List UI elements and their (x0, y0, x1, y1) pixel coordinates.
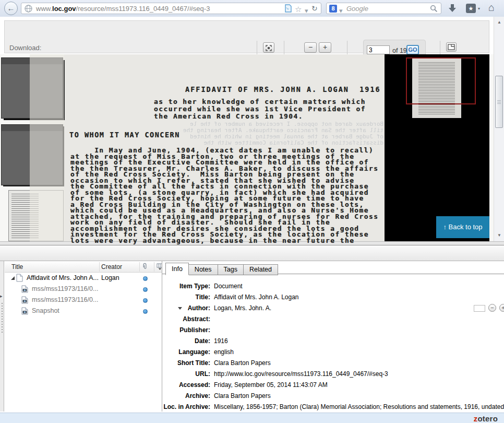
title-column-header[interactable]: Title (11, 263, 23, 271)
zotero-toolbar: ⚙ ▾ ▾ ▾ ▾ ▾ clara barton papers × ▾ ↻ (0, 245, 504, 261)
zoom-in-button[interactable]: + (319, 42, 331, 53)
column-divider[interactable] (139, 262, 140, 272)
zotero-pane: ▸ Title Creator Affidavit of Mrs. John A… (0, 261, 504, 413)
search-magnifier-icon[interactable] (430, 5, 438, 13)
zotero-logo-rest: otero (478, 414, 498, 423)
splitter-grippy (2, 303, 3, 333)
item-title: mss/mss11973/116/0... (32, 285, 98, 292)
scroll-down-arrow[interactable]: ▼ (495, 231, 503, 240)
item-creator: Logan (101, 274, 119, 281)
snapshot-item-icon (21, 285, 28, 293)
add-creator-button[interactable]: + (499, 304, 504, 312)
detail-tabs: Info Notes Tags Related (165, 263, 278, 275)
loc-viewer-toolbar: Download: GIF(10 KB)|JPEG(667x846px)|JPE… (0, 17, 494, 54)
back-button[interactable]: ← (4, 2, 18, 15)
field-row-loc-in-archive: Loc. in Archive: Miscellany, 1856-1957; … (162, 402, 504, 413)
item-row-attachment[interactable]: Snapshot (5, 306, 162, 316)
field-row-author: Author: Logan, Mrs. John. A. − + (162, 303, 504, 314)
zotero-status-bar: zotero (0, 413, 504, 423)
item-row-attachment[interactable]: mss/mss11973/116/0... (5, 295, 162, 306)
field-value[interactable]: Logan, Mrs. John. A. (214, 304, 271, 312)
item-row-attachment[interactable]: mss/mss11973/116/0... (5, 284, 162, 295)
field-value[interactable]: english (214, 348, 234, 356)
refresh-icon[interactable]: ↻ (311, 4, 318, 13)
home-icon[interactable]: ⌂ (488, 2, 495, 14)
field-row-accessed: Accessed: Friday, September 05, 2014 11:… (162, 380, 504, 391)
field-label: Item Type: (162, 283, 210, 290)
item-detail-pane: Info Notes Tags Related Item Type: Docum… (162, 261, 504, 412)
attachment-dot (143, 298, 148, 303)
item-row-parent[interactable]: Affidavit of Mrs. John A... Logan (5, 273, 162, 284)
field-value[interactable]: Miscellany, 1856-1957; Barton (Clara) Me… (214, 403, 504, 410)
field-value[interactable]: Affidavit of Mrs. John A. Logan (214, 293, 299, 301)
field-label: Language: (162, 348, 210, 356)
scrollbar-grippy (497, 100, 501, 104)
field-row-item-type: Item Type: Document (162, 281, 504, 292)
bookmark-star-icon[interactable]: ☆ (295, 5, 302, 14)
field-label: Title: (162, 293, 210, 301)
snapshot-item-icon (21, 296, 28, 304)
chevron-down-icon[interactable]: ▾ (305, 7, 308, 14)
field-row-publisher: Publisher: (162, 325, 504, 336)
reader-page-icon[interactable] (285, 4, 292, 13)
tab-info[interactable]: Info (165, 263, 189, 275)
tab-tags[interactable]: Tags (218, 264, 244, 275)
back-to-top-button[interactable]: ↑ Back to top (436, 216, 489, 238)
field-value[interactable]: Friday, September 05, 2014 11:43:07 AM (214, 381, 328, 389)
url-domain: loc.gov (52, 5, 76, 13)
download-label: Download: (9, 44, 41, 52)
scrollbar-thumb[interactable] (495, 76, 503, 128)
field-label: Publisher: (162, 326, 210, 334)
go-button[interactable]: GO (406, 45, 419, 55)
scroll-up-arrow[interactable]: ▲ (495, 18, 503, 27)
expand-collections-icon[interactable]: ▸ (0, 293, 3, 299)
url-text: www.loc.gov/resource/mss11973.116_0449_0… (36, 5, 210, 13)
tab-related[interactable]: Related (244, 264, 278, 275)
attachment-dot (143, 287, 148, 292)
field-value[interactable]: 1916 (214, 337, 228, 345)
search-bar[interactable]: 8 ▾ Google (326, 3, 441, 14)
document-salutation: TO WHOM IT MAY CONCERN (69, 131, 180, 139)
field-row-short-title: Short Title: Clara Barton Papers (162, 358, 504, 369)
field-value[interactable]: Document (214, 283, 243, 290)
attachment-column-icon[interactable] (142, 263, 148, 270)
bookmarks-dropdown-icon[interactable]: ▾ (478, 7, 480, 11)
globe-icon (25, 5, 32, 13)
download-arrow-icon[interactable] (448, 3, 457, 13)
page-number-input[interactable] (367, 45, 390, 54)
fit-button[interactable] (263, 42, 274, 53)
url-path: /resource/mss11973.116_0449_0467/#seq-3 (76, 5, 210, 13)
thumbnail-overlay (30, 54, 64, 241)
remove-creator-button[interactable]: − (488, 304, 496, 312)
field-label: Short Title: (162, 359, 210, 367)
column-divider[interactable] (99, 262, 100, 272)
bookmarks-menu-icon[interactable]: ★ (466, 4, 476, 13)
url-bar[interactable]: www.loc.gov/resource/mss11973.116_0449_0… (21, 3, 321, 14)
field-row-title: Title: Affidavit of Mrs. John A. Logan (162, 292, 504, 303)
navigator-viewport-box[interactable] (406, 57, 476, 104)
field-row-language: Language: english (162, 347, 504, 358)
navigator-panel (385, 54, 489, 241)
tree-expanded-icon[interactable] (11, 276, 15, 280)
switch-field-mode-box[interactable] (474, 305, 485, 312)
google-icon: 8 (329, 5, 337, 13)
page-scrollbar[interactable]: ▲ ▼ (494, 17, 504, 241)
tab-notes[interactable]: Notes (189, 264, 218, 275)
field-label[interactable]: Author: (162, 304, 210, 312)
item-title: Affidavit of Mrs. John A... (27, 274, 99, 281)
column-divider[interactable] (154, 262, 154, 272)
engine-dropdown-icon[interactable]: ▾ (339, 7, 343, 14)
url-prefix: www. (36, 5, 52, 13)
full-screen-button[interactable] (446, 42, 457, 52)
snapshot-item-icon (21, 307, 28, 315)
field-value[interactable]: http://www.loc.gov/resource/mss11973.116… (214, 370, 388, 378)
creator-column-header[interactable]: Creator (101, 263, 122, 271)
field-value[interactable]: Clara Barton Papers (214, 359, 271, 367)
zotero-logo-z: z (474, 414, 478, 423)
zoom-out-button[interactable]: − (304, 42, 317, 53)
browser-toolbar: ← www.loc.gov/resource/mss11973.116_0449… (0, 0, 504, 17)
field-value[interactable]: Clara Barton Papers (214, 392, 271, 400)
document-title: AFFIDAVIT OF MRS. JOHN A. LOGAN 1916 (185, 85, 381, 93)
collections-splitter[interactable]: ▸ (0, 261, 4, 412)
field-label: Date: (162, 337, 210, 345)
